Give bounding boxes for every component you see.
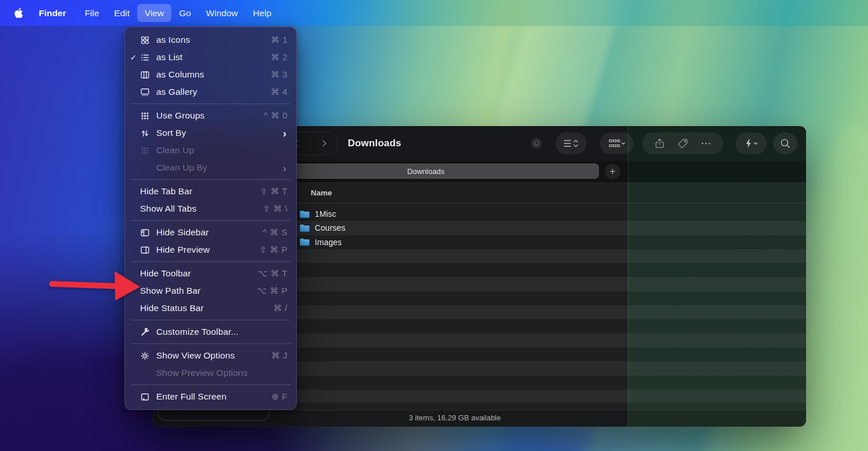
menu-item-as-columns[interactable]: as Columns⌘ 3 (125, 66, 296, 83)
tab-label: Downloads (407, 167, 444, 176)
menu-item-shortcut: ⌘ 3 (271, 69, 288, 80)
menu-bar-items: FinderFileEditViewGoWindowHelp (31, 0, 279, 26)
clean-up-icon (140, 146, 152, 156)
menu-item-use-groups[interactable]: Use Groups^ ⌘ 0 (125, 107, 296, 124)
folder-icon (299, 210, 310, 219)
menu-item-label: Hide Preview (156, 245, 260, 255)
as-gallery-icon (140, 87, 152, 97)
menu-item-hide-toolbar[interactable]: Hide Toolbar⌥ ⌘ T (125, 265, 296, 282)
menu-item-shortcut: ⌘ J (271, 350, 288, 361)
quick-actions-button[interactable] (735, 132, 767, 154)
menu-item-label: Show All Tabs (140, 204, 263, 214)
menu-item-as-gallery[interactable]: as Gallery⌘ 4 (125, 83, 296, 101)
menu-item-label: Clean Up By (156, 162, 283, 173)
sort-by-icon (140, 128, 152, 138)
airdrop-icon (531, 138, 542, 149)
menu-item-enter-full-screen[interactable]: Enter Full Screen⊕ F (125, 388, 296, 405)
customize-toolbar-wrench-icon (140, 327, 152, 337)
menu-item-label: as Icons (156, 35, 271, 45)
menu-item-label: as Columns (156, 69, 271, 80)
window-title: Downloads (348, 138, 401, 149)
airdrop-button[interactable] (524, 132, 549, 154)
menu-divider (131, 320, 290, 320)
menu-item-label: Hide Toolbar (140, 268, 258, 279)
menu-item-shortcut: ⌥ ⌘ T (258, 268, 288, 279)
list-view-icon (562, 138, 580, 149)
menu-bar-item-go[interactable]: Go (171, 4, 198, 22)
menu-item-label: Hide Tab Bar (140, 186, 260, 197)
column-header-name[interactable]: Name (311, 183, 332, 203)
actions-button-group[interactable] (642, 132, 723, 154)
menu-divider (131, 343, 290, 344)
menu-item-show-preview-options: Show Preview Options (125, 364, 296, 382)
share-icon (654, 138, 665, 149)
plus-icon (608, 167, 617, 176)
menu-item-label: Customize Toolbar... (156, 327, 288, 337)
menu-item-label: Sort By (156, 128, 283, 138)
menu-item-sort-by[interactable]: Sort By› (125, 124, 296, 142)
menu-item-shortcut: ⊕ F (272, 391, 288, 402)
menu-item-hide-status-bar[interactable]: Hide Status Bar⌘ / (125, 300, 296, 317)
search-button[interactable] (773, 132, 797, 154)
menu-item-clean-up: Clean Up (125, 142, 296, 159)
more-icon (700, 138, 712, 149)
menu-item-label: Show View Options (156, 350, 271, 361)
search-icon (779, 138, 791, 149)
menu-item-clean-up-by: Clean Up By› (125, 159, 296, 176)
enter-full-screen-icon (140, 392, 152, 402)
group-grid-icon (608, 138, 626, 149)
folder-icon (299, 238, 310, 246)
menu-item-hide-preview[interactable]: Hide Preview⇧ ⌘ P (125, 241, 296, 258)
menu-item-label: as Gallery (156, 87, 271, 97)
menu-bar-item-file[interactable]: File (77, 4, 106, 22)
use-groups-icon (140, 111, 152, 121)
menu-bar-item-window[interactable]: Window (198, 4, 245, 22)
annotation-arrow (45, 265, 146, 306)
menu-item-customize-toolbar[interactable]: Customize Toolbar... (125, 323, 296, 341)
desktop: Downloads Downloads Name 1MiscCoursesIma… (0, 0, 868, 451)
menu-item-as-icons[interactable]: as Icons⌘ 1 (125, 31, 296, 49)
menu-item-shortcut: ^ ⌘ 0 (264, 110, 288, 121)
menu-divider (131, 179, 290, 180)
as-icons-grid-icon (140, 35, 152, 45)
tag-icon (677, 138, 689, 149)
as-columns-icon (140, 70, 152, 80)
menu-bar-item-finder[interactable]: Finder (31, 4, 73, 22)
menu-item-shortcut: ⇧ ⌘ T (260, 186, 288, 197)
menu-item-shortcut: ^ ⌘ S (263, 227, 288, 238)
menu-item-shortcut: ⌥ ⌘ P (257, 286, 288, 296)
menu-item-shortcut: ⌘ 1 (271, 35, 288, 45)
apple-icon[interactable] (14, 8, 24, 19)
group-by-button[interactable] (600, 132, 634, 154)
file-name: 1Misc (315, 209, 336, 219)
menu-bar-item-view[interactable]: View (137, 4, 171, 22)
menu-divider (131, 103, 290, 104)
view-mode-button[interactable] (556, 132, 587, 154)
file-name: Images (315, 238, 342, 247)
menu-item-show-view-options[interactable]: Show View Options⌘ J (125, 347, 296, 364)
menu-divider (131, 385, 290, 385)
menu-item-label: as List (156, 52, 271, 62)
new-tab-button[interactable] (605, 164, 620, 179)
menu-bar-item-edit[interactable]: Edit (106, 4, 137, 22)
tab-downloads[interactable]: Downloads (253, 164, 599, 179)
submenu-chevron-icon: › (283, 128, 286, 139)
bolt-icon (743, 138, 759, 149)
menu-item-as-list[interactable]: ✓as List⌘ 2 (125, 49, 296, 66)
menu-item-hide-sidebar[interactable]: Hide Sidebar^ ⌘ S (125, 224, 296, 241)
menu-item-shortcut: ⌘ 2 (271, 52, 288, 62)
menu-item-label: Use Groups (156, 110, 264, 121)
chevron-forward-icon[interactable] (319, 138, 329, 149)
menu-item-label: Clean Up (156, 145, 288, 156)
menu-item-show-path-bar[interactable]: Show Path Bar⌥ ⌘ P (125, 282, 296, 300)
menu-item-show-all-tabs[interactable]: Show All Tabs⇧ ⌘ \ (125, 200, 296, 217)
menu-item-label: Show Path Bar (140, 286, 257, 296)
checkmark-icon: ✓ (130, 53, 140, 62)
hide-sidebar-icon (140, 228, 152, 238)
menu-item-hide-tab-bar[interactable]: Hide Tab Bar⇧ ⌘ T (125, 183, 296, 200)
submenu-chevron-icon: › (283, 162, 286, 173)
as-list-icon (140, 53, 152, 62)
menu-item-shortcut: ⌘ 4 (271, 87, 288, 97)
menu-bar-item-help[interactable]: Help (245, 4, 279, 22)
folder-icon (299, 224, 310, 232)
